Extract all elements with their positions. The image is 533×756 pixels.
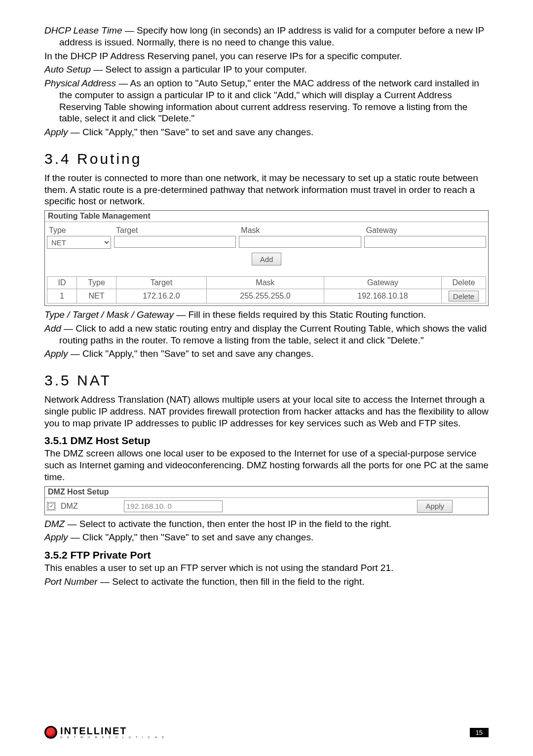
th-id: ID <box>47 277 77 289</box>
physical-address-label: Physical Address <box>44 78 116 88</box>
nat-heading: 3.5 NAT <box>44 372 489 389</box>
dmz-heading: 3.5.1 DMZ Host Setup <box>44 435 489 447</box>
dmz-def-text: — Select to activate the function, then … <box>65 519 391 529</box>
dmz-def: DMZ — Select to activate the function, t… <box>44 518 489 530</box>
routing-add-def: Add — Click to add a new static routing … <box>44 323 489 346</box>
routing-types-text: — Fill in these fields required by this … <box>174 309 426 320</box>
target-input[interactable] <box>114 236 236 248</box>
th-target: Target <box>116 277 207 289</box>
th-mask: Mask <box>206 277 324 289</box>
dmz-panel: DMZ Host Setup ✓ DMZ Apply <box>44 486 489 515</box>
routing-intro: If the router is connected to more than … <box>44 172 489 207</box>
brand-logo: INTELLINET N E T W O R K S O L U T I O N… <box>44 726 166 739</box>
type-label: Type <box>47 225 111 236</box>
dhcp-lease-def: DHCP Lease Time — Specify how long (in s… <box>44 25 489 48</box>
auto-setup-text: — Select to assign a particular IP to yo… <box>91 64 307 75</box>
dmz-ip-input[interactable] <box>124 500 223 512</box>
routing-types-label: Type / Target / Mask / Gateway <box>44 309 174 320</box>
ftp-heading: 3.5.2 FTP Private Port <box>44 549 489 561</box>
routing-panel-title: Routing Table Management <box>45 211 488 222</box>
routing-apply-def: Apply — Click "Apply," then "Save" to se… <box>44 348 489 360</box>
dmz-apply-button[interactable]: Apply <box>417 500 453 513</box>
brand-tagline: N E T W O R K S O L U T I O N S <box>60 736 166 739</box>
dmz-apply-label: Apply <box>44 532 68 542</box>
physical-address-def: Physical Address — As an option to "Auto… <box>44 77 489 124</box>
table-row: 1 NET 172.16.2.0 255.255.255.0 192.168.1… <box>47 289 486 303</box>
dhcp-lease-label: DHCP Lease Time <box>44 25 122 36</box>
type-select[interactable]: NET <box>47 236 111 249</box>
gateway-input[interactable] <box>364 236 486 248</box>
nat-intro: Network Address Translation (NAT) allows… <box>44 394 489 429</box>
page-footer: INTELLINET N E T W O R K S O L U T I O N… <box>44 726 489 739</box>
dhcp-lease-text: — Specify how long (in seconds) an IP ad… <box>59 25 484 47</box>
ftp-port-text: — Select to activate the function, then … <box>98 576 365 587</box>
auto-setup-label: Auto Setup <box>44 64 91 75</box>
ftp-port-label: Port Number <box>44 576 98 587</box>
dmz-checkbox[interactable]: ✓ <box>47 502 56 511</box>
routing-add-label: Add <box>44 323 61 334</box>
cell-target: 172.16.2.0 <box>116 289 207 303</box>
routing-table: ID Type Target Mask Gateway Delete 1 NET… <box>47 276 486 303</box>
routing-panel: Routing Table Management Type NET Target… <box>44 210 489 306</box>
routing-types-def: Type / Target / Mask / Gateway — Fill in… <box>44 309 489 321</box>
dmz-intro: The DMZ screen allows one local user to … <box>44 448 489 483</box>
dmz-apply-def: Apply — Click "Apply," then "Save" to se… <box>44 531 489 543</box>
ftp-port-def: Port Number — Select to activate the fun… <box>44 576 489 588</box>
mask-input[interactable] <box>239 236 361 248</box>
th-delete: Delete <box>442 277 486 289</box>
apply-text-1: — Click "Apply," then "Save" to set and … <box>68 127 314 137</box>
add-button[interactable]: Add <box>252 253 282 265</box>
brand-name: INTELLINET <box>60 726 166 736</box>
gateway-label: Gateway <box>364 225 486 236</box>
cell-type: NET <box>77 289 116 303</box>
reserving-intro: In the DHCP IP Address Reserving panel, … <box>44 50 489 62</box>
target-label: Target <box>114 225 236 236</box>
ftp-intro: This enables a user to set up an FTP ser… <box>44 562 489 574</box>
cell-id: 1 <box>47 289 77 303</box>
cell-gateway: 192.168.10.18 <box>324 289 441 303</box>
mask-label: Mask <box>239 225 361 236</box>
th-gateway: Gateway <box>324 277 441 289</box>
delete-button[interactable]: Delete <box>449 291 479 302</box>
auto-setup-def: Auto Setup — Select to assign a particul… <box>44 64 489 76</box>
physical-address-text: — As an option to "Auto Setup," enter th… <box>59 78 479 123</box>
page-number: 15 <box>470 728 489 737</box>
apply-label-1: Apply <box>44 127 68 137</box>
routing-input-row: Type NET Target Mask Gateway <box>45 222 488 251</box>
logo-mark-icon <box>44 726 57 739</box>
apply-def-1: Apply — Click "Apply," then "Save" to se… <box>44 126 489 138</box>
routing-heading: 3.4 Routing <box>44 151 489 167</box>
cell-mask: 255.255.255.0 <box>206 289 324 303</box>
th-type: Type <box>77 277 116 289</box>
dmz-panel-title: DMZ Host Setup <box>45 487 488 498</box>
routing-apply-label: Apply <box>44 348 68 359</box>
routing-add-text: — Click to add a new static routing entr… <box>59 323 487 345</box>
dmz-def-label: DMZ <box>44 519 65 529</box>
dmz-checkbox-label: DMZ <box>61 502 120 511</box>
routing-apply-text: — Click "Apply," then "Save" to set and … <box>68 348 314 359</box>
dmz-apply-text: — Click "Apply," then "Save" to set and … <box>68 532 314 542</box>
